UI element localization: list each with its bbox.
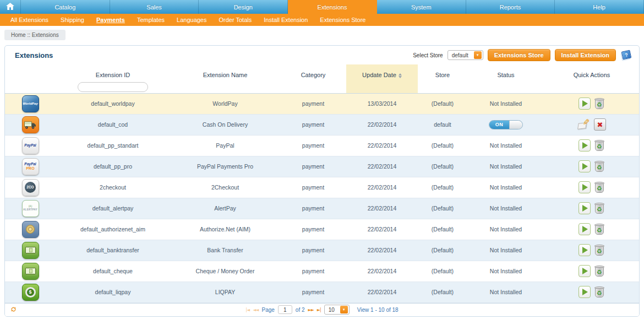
column-header-extension-id[interactable]: Extension ID — [56, 64, 170, 93]
install-button[interactable] — [578, 244, 591, 256]
table-row[interactable]: WorldPay default_worldpay WorldPay payme… — [5, 93, 639, 114]
uninstall-button[interactable]: ♻ — [594, 265, 605, 277]
previous-page-button[interactable]: ◄◄ — [253, 307, 258, 312]
next-page-button[interactable]: ►► — [308, 307, 314, 312]
store-select[interactable]: default ▼ — [447, 50, 483, 60]
tab-label: Extensions — [318, 4, 347, 10]
tab-system[interactable]: System — [377, 0, 466, 14]
uninstall-button[interactable]: ♻ — [594, 286, 605, 298]
breadcrumb-bar: Home :: Extensions — [0, 26, 644, 45]
install-button[interactable] — [578, 139, 591, 152]
install-button[interactable] — [578, 98, 591, 110]
per-page-select[interactable]: 10 ▼ — [324, 305, 350, 315]
recycle-bin-icon: ♻ — [594, 143, 605, 150]
2checkout-icon: 2CO — [22, 179, 39, 196]
table-row[interactable]: PayPal default_pp_standart PayPal paymen… — [5, 135, 639, 156]
extension-name: PayPal — [216, 142, 234, 149]
column-header-label: Category — [301, 72, 326, 78]
sort-icon — [399, 73, 402, 78]
column-header-extension-name[interactable]: Extension Name — [170, 64, 280, 93]
recycle-bin-icon: ♻ — [594, 101, 605, 109]
money-stack-icon — [25, 247, 36, 253]
install-button[interactable] — [578, 265, 591, 277]
table-row[interactable]: $ default_liqpay LIQPAY payment 22/02/20… — [5, 282, 639, 302]
install-button[interactable] — [578, 202, 591, 214]
extension-id: default_banktransfer — [86, 247, 139, 253]
uninstall-button[interactable]: ♻ — [594, 202, 605, 214]
column-header-update-date[interactable]: Update Date — [346, 64, 418, 93]
uninstall-button[interactable]: ♻ — [594, 223, 605, 235]
extension-id: default_cheque — [93, 268, 133, 274]
extension-id: default_pp_pro — [94, 163, 132, 170]
update-date: 22/02/2014 — [368, 163, 397, 170]
home-icon — [6, 3, 14, 11]
edit-button[interactable]: ✎ — [577, 118, 591, 131]
home-tab[interactable] — [0, 0, 21, 14]
extension-id: 2checkout — [100, 184, 126, 191]
table-row[interactable]: default_cod Cash On Delivery payment 22/… — [5, 114, 639, 135]
breadcrumb[interactable]: Home :: Extensions — [4, 30, 66, 40]
play-icon — [582, 247, 588, 253]
subnav-languages[interactable]: Languages — [171, 17, 212, 23]
help-book-icon[interactable]: ? — [620, 50, 632, 61]
table-row[interactable]: (A)ALERTPAY default_alertpay AlertPay pa… — [5, 198, 639, 219]
table-row[interactable]: default_banktransfer Bank Transfer payme… — [5, 240, 639, 261]
tab-reports[interactable]: Reports — [466, 0, 555, 14]
subnav-all-extensions[interactable]: All Extensions — [4, 17, 54, 23]
table-row[interactable]: 2CO 2checkout 2Checkout payment 22/02/20… — [5, 177, 639, 198]
install-extension-button[interactable]: Install Extension — [555, 49, 616, 61]
page-number-input[interactable] — [278, 305, 292, 314]
column-header-store[interactable]: Store — [418, 64, 467, 93]
subnav-payments[interactable]: Payments — [90, 17, 131, 23]
extension-id-filter-input[interactable] — [78, 82, 148, 92]
uninstall-button[interactable]: ♻ — [594, 160, 605, 172]
extensions-table: Extension ID Extension Name Category Upd… — [5, 64, 639, 303]
subnav-order-totals[interactable]: Order Totals — [213, 17, 258, 23]
install-button[interactable] — [578, 160, 591, 172]
tab-help[interactable]: Help — [555, 0, 644, 14]
tab-extensions[interactable]: Extensions — [288, 0, 377, 14]
tab-label: Reports — [500, 4, 521, 10]
tab-catalog[interactable]: Catalog — [21, 0, 110, 14]
tab-design[interactable]: Design — [199, 0, 288, 14]
table-row[interactable]: PayPalPRO default_pp_pro PayPal Payments… — [5, 156, 639, 177]
first-page-button[interactable]: |◄ — [245, 307, 249, 312]
update-date: 22/02/2014 — [368, 268, 397, 274]
store: (Default) — [432, 247, 454, 253]
column-header-label: Store — [435, 72, 450, 78]
status-toggle-on[interactable]: ON — [489, 120, 523, 129]
install-button[interactable] — [578, 286, 591, 298]
tab-sales[interactable]: Sales — [110, 0, 199, 14]
refresh-icon[interactable] — [10, 306, 17, 313]
update-date: 22/02/2014 — [368, 289, 397, 295]
delete-button[interactable]: ✖ — [594, 118, 606, 131]
update-date: 22/02/2014 — [368, 142, 397, 149]
money-stack-icon — [25, 268, 36, 274]
store: (Default) — [432, 205, 454, 212]
cheque-icon — [22, 263, 39, 280]
extensions-store-button[interactable]: Extensions Store — [488, 49, 550, 61]
install-button[interactable] — [578, 181, 591, 193]
worldpay-icon: WorldPay — [22, 95, 39, 112]
uninstall-button[interactable]: ♻ — [594, 181, 605, 193]
subnav-install-extension[interactable]: Install Extension — [258, 17, 314, 23]
update-date: 13/03/2014 — [368, 100, 397, 107]
column-header-status[interactable]: Status — [467, 64, 544, 93]
subnav-extensions-store[interactable]: Extensions Store — [314, 17, 372, 23]
uninstall-button[interactable]: ♻ — [594, 244, 605, 256]
install-button[interactable] — [578, 223, 591, 235]
table-row[interactable]: default_authorizenet_aim Authorize.Net (… — [5, 219, 639, 240]
play-icon — [582, 142, 588, 149]
uninstall-button[interactable]: ♻ — [594, 98, 605, 110]
table-row[interactable]: default_cheque Cheque / Money Order paym… — [5, 261, 639, 282]
question-mark-icon: ? — [621, 50, 632, 59]
extension-name: Authorize.Net (AIM) — [200, 226, 250, 232]
column-header-category[interactable]: Category — [280, 64, 346, 93]
extension-id: default_liqpay — [95, 289, 131, 295]
last-page-button[interactable]: ►| — [317, 307, 321, 312]
subnav-templates[interactable]: Templates — [131, 17, 171, 23]
extension-id: default_pp_standart — [88, 142, 139, 149]
subnav-shipping[interactable]: Shipping — [54, 17, 90, 23]
category: payment — [302, 205, 324, 212]
uninstall-button[interactable]: ♻ — [594, 139, 605, 152]
